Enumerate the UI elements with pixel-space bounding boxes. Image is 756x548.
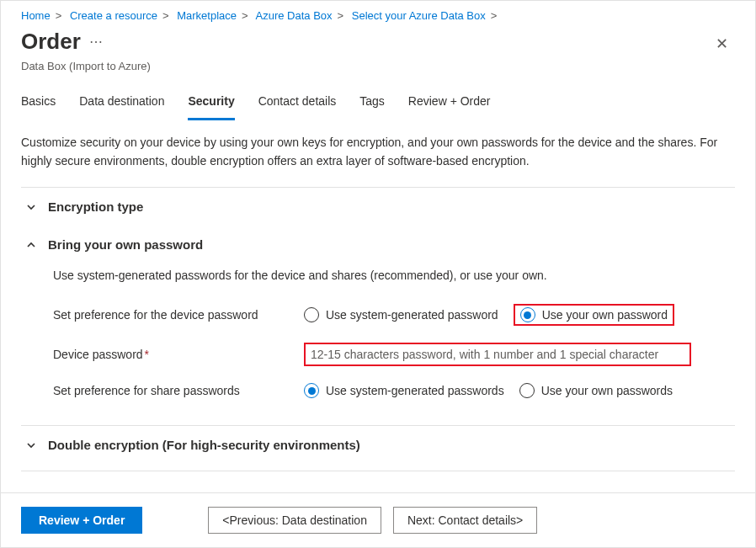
tab-contact-details[interactable]: Contact details: [258, 86, 337, 120]
section-byop-label: Bring your own password: [48, 237, 203, 252]
tab-review-order[interactable]: Review + Order: [408, 86, 491, 120]
radio-device-system-label: Use system-generated password: [326, 308, 498, 322]
radio-icon: [304, 307, 319, 322]
previous-button[interactable]: <Previous: Data destination: [208, 507, 381, 534]
page-subtitle: Data Box (Import to Azure): [1, 60, 755, 86]
section-double-encryption[interactable]: Double encryption (For high-security env…: [21, 426, 735, 464]
byop-helper-text: Use system-generated passwords for the d…: [53, 263, 735, 295]
review-order-button[interactable]: Review + Order: [21, 507, 142, 534]
radio-share-system[interactable]: Use system-generated passwords: [304, 383, 504, 398]
breadcrumb-select-data-box[interactable]: Select your Azure Data Box: [352, 9, 486, 22]
radio-icon: [519, 383, 535, 398]
next-button[interactable]: Next: Contact details>: [393, 507, 537, 534]
device-password-label: Device password*: [53, 348, 297, 361]
share-pref-label: Set preference for share passwords: [53, 384, 297, 397]
tab-security[interactable]: Security: [188, 86, 234, 120]
section-encryption-type-label: Encryption type: [48, 200, 143, 214]
radio-device-system[interactable]: Use system-generated password: [304, 307, 498, 322]
highlight-device-own: Use your own password: [514, 304, 674, 326]
tab-tags[interactable]: Tags: [359, 86, 385, 120]
radio-share-own-label: Use your own passwords: [541, 384, 673, 397]
radio-share-system-label: Use system-generated passwords: [326, 384, 504, 397]
breadcrumb: Home> Create a resource> Marketplace> Az…: [1, 1, 755, 25]
more-menu-icon[interactable]: ⋯: [89, 34, 104, 50]
breadcrumb-marketplace[interactable]: Marketplace: [177, 9, 237, 22]
breadcrumb-azure-data-box[interactable]: Azure Data Box: [256, 9, 333, 22]
chevron-down-icon: [26, 202, 36, 212]
radio-icon-selected: [304, 383, 319, 398]
device-password-input[interactable]: [306, 344, 676, 364]
radio-device-own-label: Use your own password: [542, 308, 668, 322]
tab-description: Customize security on your device by usi…: [1, 120, 755, 180]
tab-data-destination[interactable]: Data destination: [79, 86, 164, 120]
footer: Review + Order <Previous: Data destinati…: [1, 492, 755, 547]
section-double-encryption-label: Double encryption (For high-security env…: [48, 438, 360, 452]
section-byop[interactable]: Bring your own password: [21, 226, 735, 263]
breadcrumb-create-resource[interactable]: Create a resource: [70, 9, 157, 22]
radio-icon-selected: [520, 307, 535, 322]
breadcrumb-home[interactable]: Home: [21, 9, 51, 22]
tab-basics[interactable]: Basics: [21, 86, 56, 120]
highlight-device-password: [304, 343, 691, 366]
page-title: Order: [21, 29, 81, 55]
tabs: Basics Data destination Security Contact…: [1, 86, 755, 120]
radio-share-own[interactable]: Use your own passwords: [519, 383, 673, 398]
chevron-up-icon: [26, 240, 36, 250]
device-pref-label: Set preference for the device password: [53, 308, 297, 322]
radio-device-own[interactable]: Use your own password: [520, 307, 668, 322]
section-encryption-type[interactable]: Encryption type: [21, 188, 735, 226]
close-button[interactable]: ✕: [709, 31, 735, 56]
chevron-down-icon: [26, 440, 36, 450]
